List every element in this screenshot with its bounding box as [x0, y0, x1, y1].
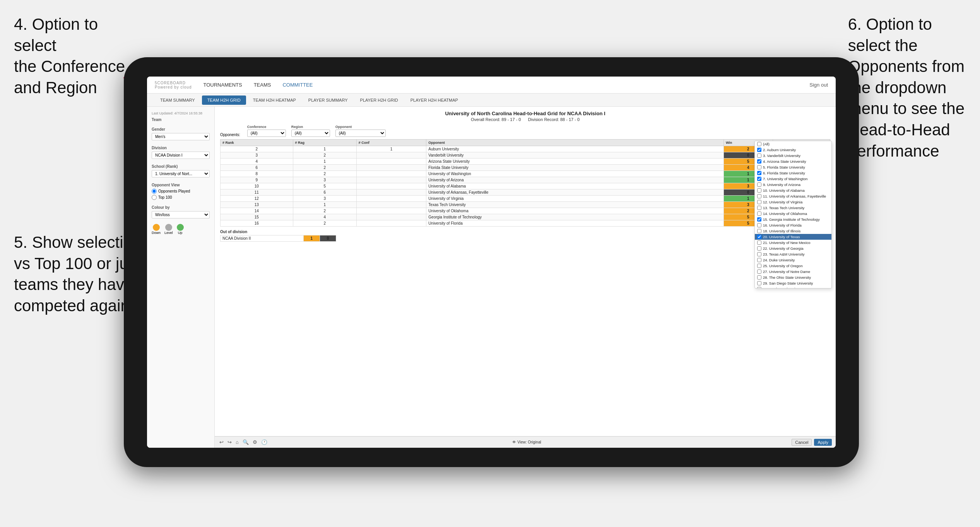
sidebar-colour-select[interactable]: Win/loss [152, 211, 210, 218]
opponent-item[interactable]: 18. University of Illinois [755, 228, 831, 234]
cell-conf [356, 189, 426, 196]
sidebar-colour-section: Colour by Win/loss [152, 205, 210, 218]
opponent-item[interactable]: 27. University of Notre Dame [755, 269, 831, 275]
cell-conf [356, 177, 426, 183]
opponent-checkbox[interactable] [757, 182, 761, 187]
opponent-item[interactable]: 4. Arizona State University [755, 159, 831, 164]
opponent-item[interactable]: 5. Florida State University [755, 164, 831, 170]
opponent-item[interactable]: 7. University of Washington [755, 176, 831, 182]
settings-icon[interactable]: ⚙ [252, 438, 258, 446]
subnav-h2h-grid[interactable]: TEAM H2H GRID [202, 96, 246, 105]
region-select[interactable]: (All) [291, 130, 330, 137]
opponent-item[interactable]: 24. Duke University [755, 257, 831, 263]
cell-rag: 2 [293, 171, 356, 177]
nav-teams[interactable]: TEAMS [254, 82, 271, 88]
subnav-team-summary[interactable]: TEAM SUMMARY [155, 96, 200, 105]
opponent-checkbox[interactable] [757, 142, 761, 146]
table-row: 6 2 Florida State University 4 2 [221, 165, 830, 171]
sidebar-radio-top100[interactable]: Top 100 [152, 195, 210, 200]
opponent-name: (All) [763, 142, 770, 146]
apply-button[interactable]: Apply [814, 439, 832, 446]
opponent-checkbox[interactable] [757, 171, 761, 175]
opponent-checkbox[interactable] [757, 200, 761, 204]
nav-committee[interactable]: COMMITTEE [282, 82, 313, 88]
opponent-checkbox[interactable] [757, 246, 761, 251]
cell-rag: 1 [293, 146, 356, 152]
cell-opponent: University of Arizona [426, 177, 724, 183]
undo-icon[interactable]: ↩ [219, 438, 224, 446]
filter-opponent: Opponent (All) [335, 125, 386, 137]
opponent-item[interactable]: 2. Auburn University [755, 147, 831, 153]
cell-rag: 2 [293, 220, 356, 227]
opponent-name: 9. University of Arizona [763, 182, 800, 187]
opponent-checkbox[interactable] [757, 264, 761, 268]
opponent-item[interactable]: (All) [755, 141, 831, 147]
subnav-player-heatmap[interactable]: PLAYER H2H HEATMAP [405, 96, 463, 105]
cell-conf [356, 196, 426, 202]
subnav-player-summary[interactable]: PLAYER SUMMARY [303, 96, 353, 105]
opponent-item[interactable]: 20. University of Texas [755, 234, 831, 240]
opponent-checkbox[interactable] [757, 148, 761, 152]
opponent-checkbox[interactable] [757, 188, 761, 193]
opponent-item[interactable]: 21. University of New Mexico [755, 240, 831, 246]
opponent-item[interactable]: 22. University of Georgia [755, 246, 831, 251]
cell-conf [356, 202, 426, 208]
home-icon[interactable]: ⌂ [235, 438, 239, 446]
opponent-item[interactable]: 9. University of Arizona [755, 182, 831, 188]
legend-level: Level [164, 224, 173, 235]
opponent-item[interactable]: 10. University of Alabama [755, 188, 831, 193]
opponent-item[interactable]: 16. University of Florida [755, 222, 831, 228]
redo-icon[interactable]: ↪ [227, 438, 233, 446]
cell-rag: 2 [293, 208, 356, 214]
radio-opponents-played[interactable] [152, 189, 157, 194]
radio-top100[interactable] [152, 195, 157, 200]
opponent-checkbox[interactable] [757, 229, 761, 233]
subnav-player-h2h-grid[interactable]: PLAYER H2H GRID [355, 96, 404, 105]
clock-icon[interactable]: 🕐 [260, 438, 268, 446]
opponent-name: 16. University of Florida [763, 223, 802, 227]
opponent-item[interactable]: 29. San Diego State University [755, 280, 831, 286]
opponent-checkbox[interactable] [757, 252, 761, 256]
opponent-checkbox[interactable] [757, 177, 761, 181]
cell-opponent: University of Washington [426, 171, 724, 177]
opponent-checkbox[interactable] [757, 194, 761, 198]
zoom-icon[interactable]: 🔍 [242, 438, 250, 446]
opponent-checkbox[interactable] [757, 159, 761, 164]
opponent-item[interactable]: 28. The Ohio State University [755, 275, 831, 280]
opponent-item[interactable]: 13. Texas Tech University [755, 205, 831, 211]
cancel-button[interactable]: Cancel [792, 439, 812, 446]
opponent-item[interactable]: 30. Purdue University [755, 286, 831, 288]
sidebar-gender-select[interactable]: Men's [152, 133, 210, 140]
sidebar-division-select[interactable]: NCAA Division I [152, 152, 210, 159]
table-body: 2 1 1 Auburn University 2 1 3 2 Vanderbi… [221, 146, 830, 227]
opponent-checkbox[interactable] [757, 153, 761, 158]
opponent-checkbox[interactable] [757, 217, 761, 222]
opponent-item[interactable]: 15. Georgia Institute of Technology [755, 217, 831, 222]
opponent-checkbox[interactable] [757, 206, 761, 210]
sidebar-radio-played[interactable]: Opponents Played [152, 189, 210, 194]
opponent-item[interactable]: 3. Vanderbilt University [755, 153, 831, 159]
opponent-item[interactable]: 25. University of Oregon [755, 263, 831, 269]
opponent-checkbox[interactable] [757, 269, 761, 274]
opponent-item[interactable]: 11. University of Arkansas, Fayetteville [755, 193, 831, 199]
opponent-checkbox[interactable] [757, 235, 761, 239]
nav-sign-out[interactable]: Sign out [809, 82, 828, 88]
conference-select[interactable]: (All) [247, 130, 286, 137]
opponent-select[interactable]: (All) [335, 130, 386, 137]
opponent-checkbox[interactable] [757, 258, 761, 262]
opponent-checkbox[interactable] [757, 281, 761, 285]
sidebar-school-select[interactable]: 1. University of Nort... [152, 170, 210, 177]
opponent-checkbox[interactable] [757, 275, 761, 280]
subnav-h2h-heatmap[interactable]: TEAM H2H HEATMAP [248, 96, 301, 105]
opponent-item[interactable]: 6. Florida State University [755, 170, 831, 176]
opponent-item[interactable]: 23. Texas A&M University [755, 251, 831, 257]
nav-tournaments[interactable]: TOURNAMENTS [204, 82, 242, 88]
opponent-checkbox[interactable] [757, 223, 761, 227]
opponent-item[interactable]: 12. University of Virginia [755, 199, 831, 205]
table-row: 3 2 Vanderbilt University 0 4 [221, 152, 830, 159]
opponent-checkbox[interactable] [757, 165, 761, 169]
opponent-checkbox[interactable] [757, 211, 761, 216]
opponent-checkbox[interactable] [757, 287, 761, 288]
opponent-item[interactable]: 14. University of Oklahoma [755, 211, 831, 217]
opponent-checkbox[interactable] [757, 240, 761, 245]
